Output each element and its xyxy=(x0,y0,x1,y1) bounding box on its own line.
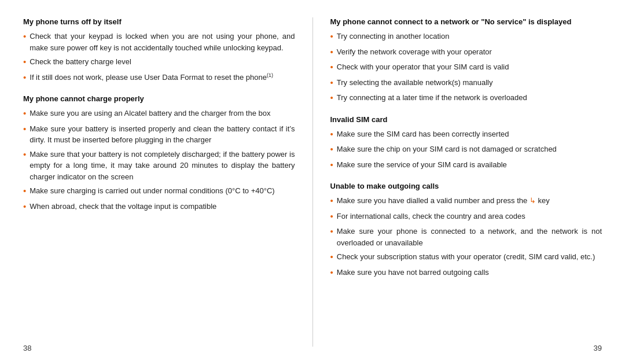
bullet-icon: • xyxy=(23,200,26,214)
list-item-text: Make sure you have dialled a valid numbe… xyxy=(337,195,602,207)
list-item: • Make sure your phone is connected to a… xyxy=(330,226,602,248)
list-item: • Make sure the chip on your SIM card is… xyxy=(330,144,602,156)
bullet-icon: • xyxy=(330,225,333,238)
list-item-text: Make sure the service of your SIM card i… xyxy=(337,159,602,171)
list-item-text: Make sure you have not barred outgoing c… xyxy=(337,267,602,278)
list-item-text: Make sure you are using an Alcatel batte… xyxy=(30,108,295,119)
list-item: • Try selecting the available network(s)… xyxy=(330,77,602,90)
section-no-network-list: • Try connecting in another location • V… xyxy=(330,31,602,105)
bullet-icon: • xyxy=(23,30,26,43)
footnote-sup: (1) xyxy=(267,72,273,78)
section-no-network: My phone cannot connect to a network or … xyxy=(330,17,602,105)
bullet-icon: • xyxy=(330,194,333,208)
list-item-text: Make sure the SIM card has been correctl… xyxy=(337,128,602,140)
list-item-text: Check the battery charge level xyxy=(30,56,295,68)
section-charge-list: • Make sure you are using an Alcatel bat… xyxy=(23,108,295,213)
left-column: My phone turns off by itself • Check tha… xyxy=(23,17,313,347)
list-item: • Make sure your battery is inserted pro… xyxy=(23,123,295,146)
page-container: My phone turns off by itself • Check tha… xyxy=(0,0,625,364)
bullet-icon: • xyxy=(23,107,26,120)
list-item-text: If it still does not work, please use Us… xyxy=(30,72,295,83)
list-item-text: Try connecting in another location xyxy=(337,31,602,42)
list-item-text: Check your subscription status with your… xyxy=(337,251,602,263)
bullet-icon: • xyxy=(330,128,333,141)
list-item: • Make sure you are using an Alcatel bat… xyxy=(23,108,295,120)
list-item: • Check with your operator that your SIM… xyxy=(330,61,602,74)
section-outgoing-calls: Unable to make outgoing calls • Make sur… xyxy=(330,182,602,279)
list-item: • Make sure the service of your SIM card… xyxy=(330,159,602,172)
list-item-text: Try selecting the available network(s) m… xyxy=(337,77,602,89)
section-charge-title: My phone cannot charge properly xyxy=(23,94,295,103)
bullet-icon: • xyxy=(330,91,333,105)
list-item-text: Check with your operator that your SIM c… xyxy=(337,61,602,73)
bullet-icon: • xyxy=(330,46,333,59)
list-item: • Make sure the SIM card has been correc… xyxy=(330,128,602,141)
list-item: • Make sure you have dialled a valid num… xyxy=(330,195,602,208)
bullet-icon: • xyxy=(330,30,333,43)
bullet-icon: • xyxy=(330,251,333,264)
list-item: • Verify the network coverage with your … xyxy=(330,46,602,59)
list-item-text: Make sure your phone is connected to a n… xyxy=(337,226,602,248)
list-item: • For international calls, check the cou… xyxy=(330,211,602,223)
bullet-icon: • xyxy=(23,148,26,161)
list-item: • Check that your keypad is locked when … xyxy=(23,31,295,53)
page-number-right: 39 xyxy=(594,344,602,352)
page-number-left: 38 xyxy=(23,344,31,352)
list-item: • Make sure charging is carried out unde… xyxy=(23,185,295,198)
bullet-icon: • xyxy=(330,159,333,172)
list-item-text: Make sure your battery is inserted prope… xyxy=(30,123,295,146)
section-no-network-title: My phone cannot connect to a network or … xyxy=(330,17,602,26)
list-item: • If it still does not work, please use … xyxy=(23,72,295,84)
list-item-text: For international calls, check the count… xyxy=(337,211,602,222)
list-item: • Check the battery charge level xyxy=(23,56,295,69)
section-invalid-sim-title: Invalid SIM card xyxy=(330,115,602,124)
list-item: • Make sure you have not barred outgoing… xyxy=(330,267,602,280)
section-phone-off: My phone turns off by itself • Check tha… xyxy=(23,17,295,84)
call-key-icon: ↳ xyxy=(530,195,536,207)
section-phone-off-title: My phone turns off by itself xyxy=(23,17,295,26)
bullet-icon: • xyxy=(330,210,333,223)
bullet-icon: • xyxy=(23,185,26,198)
right-column: My phone cannot connect to a network or … xyxy=(313,17,602,347)
bullet-icon: • xyxy=(330,76,333,90)
list-item-text: When abroad, check that the voltage inpu… xyxy=(30,201,295,212)
list-item-text: Check that your keypad is locked when yo… xyxy=(30,31,295,53)
bullet-icon: • xyxy=(330,61,333,74)
section-outgoing-calls-list: • Make sure you have dialled a valid num… xyxy=(330,195,602,279)
section-phone-off-list: • Check that your keypad is locked when … xyxy=(23,31,295,84)
list-item: • Check your subscription status with yo… xyxy=(330,251,602,264)
bullet-icon: • xyxy=(23,123,26,136)
list-item-text: Make sure the chip on your SIM card is n… xyxy=(337,144,602,155)
list-item-text: Make sure charging is carried out under … xyxy=(30,185,295,197)
section-invalid-sim-list: • Make sure the SIM card has been correc… xyxy=(330,128,602,172)
section-invalid-sim: Invalid SIM card • Make sure the SIM car… xyxy=(330,115,602,172)
bullet-icon: • xyxy=(23,71,26,84)
list-item-text: Try connecting at a later time if the ne… xyxy=(337,92,602,104)
bullet-icon: • xyxy=(330,143,333,156)
bullet-icon: • xyxy=(330,266,333,280)
section-charge: My phone cannot charge properly • Make s… xyxy=(23,94,295,213)
section-outgoing-calls-title: Unable to make outgoing calls xyxy=(330,182,602,190)
list-item: • Make sure that your battery is not com… xyxy=(23,149,295,183)
list-item: • When abroad, check that the voltage in… xyxy=(23,201,295,214)
list-item: • Try connecting at a later time if the … xyxy=(330,92,602,105)
list-item-text: Verify the network coverage with your op… xyxy=(337,46,602,58)
list-item-text: Make sure that your battery is not compl… xyxy=(30,149,295,183)
list-item: • Try connecting in another location xyxy=(330,31,602,43)
bullet-icon: • xyxy=(23,56,26,69)
